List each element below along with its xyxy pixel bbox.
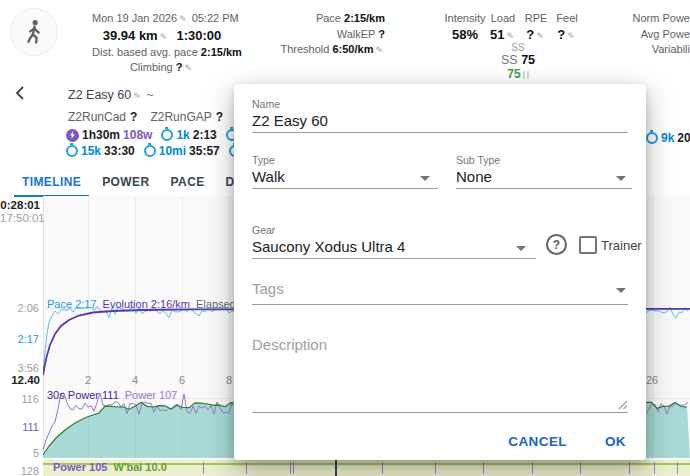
edit-feel-icon[interactable] (567, 31, 575, 41)
power-legend-item: Power 107 (125, 389, 178, 401)
dist-pace-value: 2:15/km (201, 46, 242, 58)
cursor-elapsed-time: 0:28:01 (0, 199, 40, 212)
edit-distance-icon[interactable] (160, 32, 168, 42)
metric-item[interactable]: Z2RunCad? (68, 110, 137, 124)
activity-title: Z2 Easy 60 (68, 88, 131, 102)
edit-activity-dialog: Name Z2 Easy 60 Type Walk Sub Type None … (234, 84, 646, 460)
stopwatch-icon (144, 145, 156, 157)
subtype-select[interactable]: None (456, 168, 492, 185)
edit-rpe-icon[interactable] (536, 31, 544, 41)
power-legend-item: Power 105 (53, 461, 107, 473)
tags-input[interactable]: Tags (252, 280, 284, 297)
activity-type-avatar[interactable] (10, 8, 58, 56)
y-axis-label: 128 (0, 465, 39, 476)
wbal-tick (293, 462, 294, 474)
edit-threshold-icon[interactable] (375, 45, 383, 55)
activity-start-time: 05:22 PM (192, 12, 239, 24)
variability-label: Variabili (598, 42, 690, 58)
metric-item[interactable]: Z2RunGAP? (150, 110, 223, 124)
tab-pace[interactable]: PACE (169, 170, 207, 194)
chip-right: 9k20:0 (646, 130, 690, 148)
gear-underline (252, 258, 536, 259)
ok-button[interactable]: OK (601, 432, 630, 451)
gear-select[interactable]: Saucony Xodus Ultra 4 (252, 238, 405, 255)
chip-value: 33:30 (104, 144, 135, 158)
trainer-checkbox[interactable] (579, 236, 597, 254)
chip-value: 108w (123, 128, 152, 142)
edit-climbing-icon[interactable] (185, 63, 193, 73)
wbal-tick (382, 462, 383, 474)
distance-value: 39.94 km (103, 28, 158, 43)
load-value: 51 (490, 27, 504, 42)
pace-block: Pace 2:15/km WalkEP ? Threshold 6:50/km (240, 11, 385, 59)
walking-person-icon (20, 18, 48, 46)
chip-value: 35:57 (189, 144, 220, 158)
wbal-band[interactable]: Power 105W'bal 10.0 (43, 460, 690, 476)
stat-chip[interactable]: 15k33:30 (66, 144, 135, 158)
resize-handle-icon[interactable] (618, 400, 628, 410)
pace-value: 2:15/km (344, 12, 385, 24)
wbal-tick (290, 462, 291, 474)
name-input[interactable]: Z2 Easy 60 (252, 112, 328, 129)
wbal-tick (677, 462, 678, 474)
type-select[interactable]: Walk (252, 168, 285, 185)
ss-label: SS (501, 53, 518, 67)
back-button[interactable] (14, 85, 28, 105)
wbal-tick (246, 462, 247, 474)
wbal-tick (654, 462, 655, 474)
feel-value: ? (557, 27, 565, 42)
gear-dropdown-arrow-icon[interactable] (516, 246, 526, 251)
cancel-button[interactable]: CANCEL (504, 432, 571, 451)
x-tick-label: 6 (171, 374, 193, 386)
gear-help-icon[interactable]: ? (546, 234, 567, 255)
power-chart-legend: 30s Power 111Power 107 (47, 389, 234, 401)
stat-chip[interactable]: 9k20:0 (646, 131, 690, 145)
edit-load-icon[interactable] (506, 31, 514, 41)
climbing-value: ? (176, 61, 183, 73)
chip-label: 1k (176, 128, 189, 142)
chart-cursor-line (335, 460, 337, 476)
description-textarea[interactable]: Description (252, 336, 327, 353)
stopwatch-icon (646, 132, 658, 144)
rpe-value: ? (526, 27, 534, 42)
type-label: Type (252, 154, 275, 166)
stopwatch-icon (161, 129, 173, 141)
power-icon (66, 129, 79, 142)
threshold-value: 6:50/km (332, 43, 373, 55)
evolution-legend-item: Evolution 2:16/km (103, 298, 190, 310)
chip-label: 15k (81, 144, 101, 158)
wbal-tick (203, 462, 204, 474)
y-axis-label: 111 (0, 421, 39, 433)
trainer-label: Trainer (601, 238, 642, 253)
tab-power[interactable]: POWER (100, 170, 151, 194)
metric-value: ? (216, 110, 223, 124)
norm-power-label: Norm Powe (598, 11, 690, 27)
climbing-label: Climbing (130, 61, 173, 73)
stat-chip[interactable]: 1k2:13 (161, 128, 216, 142)
30s-power-legend-item: 30s Power 111 (47, 389, 119, 401)
chips-row1: 1h30m108w1k2:132k4:2 (66, 127, 236, 143)
subtype-dropdown-arrow-icon[interactable] (616, 176, 626, 181)
edit-title-icon[interactable] (133, 91, 141, 101)
tags-dropdown-arrow-icon[interactable] (616, 288, 626, 293)
walkep-label: WalkEP (337, 28, 376, 40)
metric-label: Z2RunCad (68, 110, 126, 124)
stopwatch-icon (66, 145, 78, 157)
cursor-clock-time: 17:50:01 (0, 212, 40, 225)
x-tick-label: 2 (77, 374, 99, 386)
ss-green-value: 75 (507, 67, 520, 81)
walkep-value: ? (378, 28, 385, 40)
chip-label: 9k (661, 131, 674, 145)
name-label: Name (252, 98, 280, 110)
stat-chip[interactable]: 1h30m108w (66, 128, 152, 142)
gear-label: Gear (252, 224, 275, 236)
title-row: Z2 Easy 60 ~ (68, 88, 154, 102)
type-dropdown-arrow-icon[interactable] (420, 176, 430, 181)
tab-timeline[interactable]: TIMELINE (20, 170, 83, 194)
chip-value: 20:0 (677, 131, 690, 145)
stat-chip[interactable]: 10mi35:57 (144, 144, 220, 158)
edit-date-icon[interactable] (179, 14, 187, 24)
summary-block: Mon 19 Jan 2026 05:22 PM 39.94 km 1:30:0… (92, 11, 232, 77)
chips-row2: 15k33:3010mi35:5718k4 (66, 143, 236, 159)
feel-label: Feel (546, 11, 588, 27)
